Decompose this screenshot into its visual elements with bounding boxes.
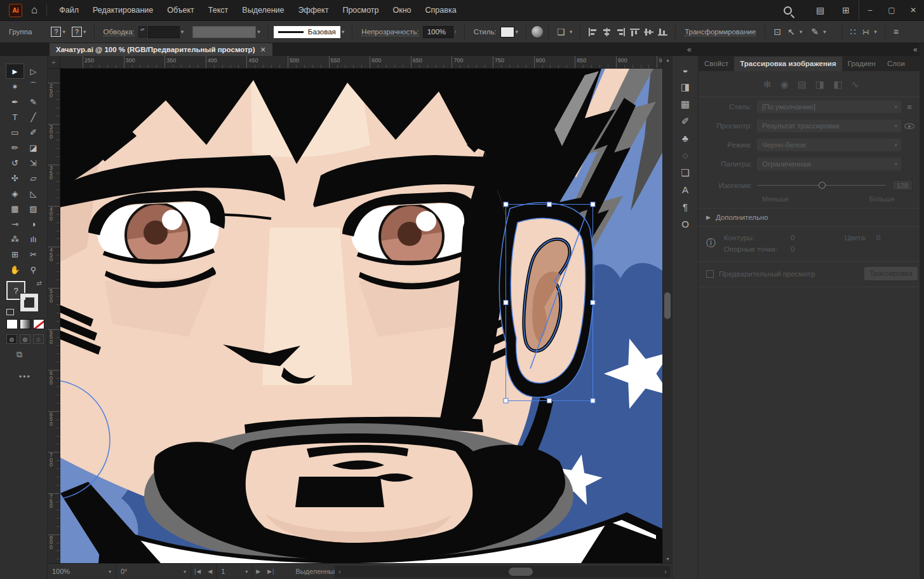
shape-builder-tool[interactable]: ◈ — [6, 186, 24, 201]
zoom-tool[interactable]: ⚲ — [24, 262, 43, 277]
trace-presets-menu-icon[interactable]: ≡ — [901, 102, 918, 112]
opacity-chevron-icon[interactable]: › — [455, 29, 457, 35]
distribute-icon[interactable]: ∺ — [862, 27, 870, 37]
preview-checkbox[interactable] — [706, 270, 714, 278]
previous-artboard-icon[interactable]: ◀ — [204, 568, 216, 575]
vertical-scroll-thumb[interactable] — [664, 292, 671, 319]
appearance-panel-icon[interactable]: ❏ — [676, 164, 695, 181]
artboard-tool[interactable]: ⊞ — [6, 247, 24, 262]
fill-color-swatch[interactable]: ? — [51, 27, 61, 37]
select-similar-chevron-icon[interactable]: ▾ — [800, 29, 803, 35]
stroke-color-swatch[interactable]: ? — [72, 27, 82, 37]
more-tools-icon[interactable]: ••• — [19, 372, 31, 381]
isolate-selection-icon[interactable]: ⊡ — [773, 27, 781, 37]
home-icon[interactable]: ⌂ — [31, 4, 37, 17]
trace-preset-high-color-icon[interactable]: ▤ — [798, 79, 807, 90]
advanced-section-toggle[interactable]: ▶ Дополнительно — [699, 208, 924, 226]
stroke-chevron-icon[interactable]: ▾ — [83, 29, 86, 35]
eyedropper-tool[interactable]: ⊸ — [6, 216, 24, 231]
document-setup-icon[interactable]: ❏ — [557, 27, 565, 37]
shaper-tool[interactable]: ✏ — [6, 140, 24, 155]
selection-tool[interactable]: ► — [6, 64, 24, 79]
color-button[interactable] — [6, 319, 18, 329]
menu-window[interactable]: Окно — [386, 0, 418, 21]
scroll-down-icon[interactable]: ▾ — [663, 556, 673, 562]
scroll-right-icon[interactable]: › — [660, 568, 671, 575]
free-transform-tool[interactable]: ▱ — [24, 170, 43, 186]
hand-tool[interactable]: ✋ — [6, 262, 24, 277]
transform-link[interactable]: Трансформирование — [685, 28, 756, 36]
menu-help[interactable]: Справка — [418, 0, 464, 21]
tab-properties[interactable]: Свойст — [699, 57, 734, 71]
rotation-dropdown[interactable]: 0° ▾ — [116, 564, 191, 579]
stroke-swatch[interactable]: ? — [20, 294, 38, 311]
horizontal-scrollbar[interactable]: ‹ › — [335, 566, 671, 578]
dock-collapse-icon[interactable]: « — [687, 45, 690, 54]
soul-patch[interactable] — [295, 477, 384, 507]
paintbrush-tool[interactable]: ✐ — [24, 125, 43, 140]
magic-wand-tool[interactable]: ✶ — [6, 79, 24, 94]
align-bottom-icon[interactable] — [658, 28, 667, 36]
brushes-panel-icon[interactable]: ✐ — [676, 112, 695, 130]
arrange-documents-icon[interactable]: ⊞ — [833, 5, 859, 15]
trace-preset-photo-icon[interactable]: ◉ — [780, 79, 789, 90]
slice-tool[interactable]: ✂ — [24, 247, 43, 262]
column-graph-tool[interactable]: ılı — [24, 231, 43, 247]
artboard-number-dropdown[interactable]: 1 ▾ — [216, 564, 253, 579]
opacity-link[interactable]: Непрозрачность: — [361, 28, 418, 36]
trace-preset-low-color-icon[interactable]: ◨ — [815, 79, 824, 90]
trace-preset-grayscale-icon[interactable]: ◧ — [833, 79, 842, 90]
horizontal-ruler[interactable]: 2503003504004505005506006507007508008509… — [60, 56, 662, 69]
style-options-chevron-icon[interactable]: ▾ — [823, 29, 826, 35]
brush-definition-dropdown[interactable]: Базовая — [274, 26, 340, 38]
scale-tool[interactable]: ⇲ — [24, 155, 43, 170]
vertical-scrollbar[interactable]: ▴ ▾ — [662, 56, 672, 563]
last-artboard-icon[interactable]: ▶| — [264, 568, 278, 575]
trace-view-eye-icon[interactable] — [901, 121, 918, 131]
ruler-origin-corner[interactable]: + — [48, 56, 60, 69]
minimize-button[interactable]: – — [859, 0, 881, 20]
draw-normal-mode-icon[interactable]: ◍ — [6, 334, 17, 344]
type-tool[interactable]: T — [6, 109, 24, 125]
stroke-weight-chevron-icon[interactable]: ▾ — [181, 29, 184, 35]
rectangle-tool[interactable]: ▭ — [6, 125, 24, 140]
menu-type[interactable]: Текст — [201, 0, 235, 21]
maximize-button[interactable]: ▢ — [881, 0, 902, 20]
menu-select[interactable]: Выделение — [235, 0, 291, 21]
trace-button[interactable]: Трассировка — [864, 267, 918, 280]
canvas[interactable] — [60, 69, 662, 563]
mesh-tool[interactable]: ▦ — [6, 201, 24, 216]
document-tab[interactable]: Хачатур.ai @ 100 % (RGB/Предварительный … — [50, 43, 272, 56]
blend-tool[interactable]: ◑ — [24, 216, 43, 231]
panel-menu-icon[interactable]: ≡ — [894, 27, 899, 37]
graphic-style-chevron-icon[interactable]: ▾ — [516, 29, 519, 35]
search-icon[interactable] — [784, 6, 792, 15]
align-center-icon[interactable] — [602, 28, 612, 36]
draw-behind-mode-icon[interactable]: ◍ — [20, 334, 30, 344]
tab-image-trace[interactable]: Трассировка изображения — [734, 57, 842, 71]
ear-selected-object[interactable] — [499, 203, 594, 397]
stroke-weight-link[interactable]: Обводка: — [104, 28, 135, 36]
rotate-tool[interactable]: ↺ — [6, 155, 24, 170]
arrange-icon[interactable]: ∷ — [850, 27, 856, 37]
align-left-icon[interactable] — [588, 28, 598, 36]
menu-file[interactable]: Файл — [52, 0, 86, 21]
first-artboard-icon[interactable]: |◀ — [191, 568, 204, 575]
stroke-weight-stepper[interactable]: ▴▾ — [138, 26, 147, 37]
select-similar-icon[interactable]: ↖ — [787, 27, 795, 37]
horizontal-scroll-track[interactable] — [345, 566, 660, 578]
workspace-switcher-icon[interactable]: ▤ — [807, 5, 833, 15]
gradient-button[interactable] — [20, 319, 31, 329]
swap-fill-stroke-icon[interactable]: ⇄ — [37, 280, 42, 287]
swatches-panel-icon[interactable]: ▦ — [676, 95, 695, 112]
tab-gradient[interactable]: Градиен — [842, 57, 881, 71]
gradient-panel-icon[interactable]: ◨ — [676, 78, 695, 95]
symbol-sprayer-tool[interactable]: ⁂ — [6, 231, 24, 247]
vertical-ruler[interactable]: 250300350400450500550600650700750800 — [48, 69, 60, 563]
document-setup-chevron-icon[interactable]: ▾ — [570, 29, 573, 35]
screen-mode-icon[interactable]: ⧉ — [17, 350, 22, 360]
zoom-level-dropdown[interactable]: 100% ▾ — [48, 564, 116, 579]
curvature-tool[interactable]: ✎ — [24, 94, 43, 109]
direct-selection-tool[interactable]: ▷ — [24, 64, 43, 79]
graphic-style-swatch[interactable] — [500, 27, 514, 37]
